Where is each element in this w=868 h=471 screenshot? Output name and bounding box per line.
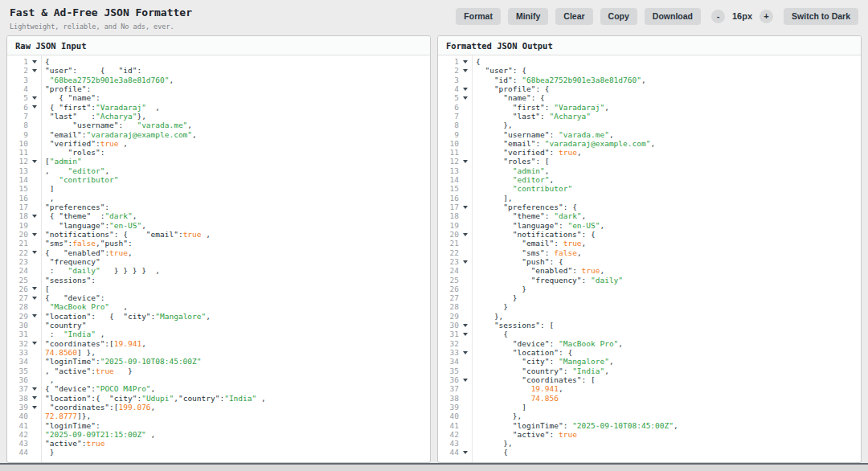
code-text: , [41,194,54,203]
code-text: ] [41,184,54,193]
fold-gutter [459,157,472,166]
line-number: 32 [7,339,28,348]
code-line: 14 "contributor" [7,175,430,184]
code-line: 9 "email":"varadaraj@example.com", [7,130,430,139]
download-button[interactable]: Download [645,8,701,25]
fold-toggle-icon[interactable] [463,260,468,264]
code-line: 32"coordinates":[19.941, [7,339,430,348]
fold-gutter [28,293,41,302]
fold-toggle-icon[interactable] [32,69,37,72]
formatted-json-panel: Formatted JSON Output 1{2 "user": {3 "id… [437,35,862,463]
font-decrease-button[interactable]: - [711,10,725,23]
line-number: 11 [7,148,28,157]
line-number: 35 [7,367,28,375]
fold-toggle-icon[interactable] [32,406,37,409]
minify-button[interactable]: Minify [508,8,548,25]
fold-toggle-icon[interactable] [32,105,37,109]
code-line: 25 "frequency": "daily" [438,276,861,285]
fold-toggle-icon[interactable] [32,342,37,345]
fold-toggle-icon[interactable] [463,333,468,336]
fold-toggle-icon[interactable] [463,60,468,63]
fold-toggle-icon[interactable] [32,314,37,317]
fold-toggle-icon[interactable] [463,160,468,163]
line-number: 8 [7,121,28,129]
theme-toggle-button[interactable]: Switch to Dark [784,8,858,25]
gutter: 38 [438,394,472,403]
copy-button[interactable]: Copy [600,8,637,25]
fold-gutter [28,130,41,139]
code-line: 31 { [438,330,861,338]
fold-toggle-icon[interactable] [463,69,468,72]
code-line: 39 "coordinates":[199.076, [7,403,430,412]
gutter: 11 [438,148,472,157]
fold-toggle-icon[interactable] [463,324,468,327]
fold-toggle-icon[interactable] [32,396,37,399]
code-text: , [41,375,54,384]
code-line: 17 "preferences": { [438,203,861,211]
fold-toggle-icon[interactable] [32,96,37,100]
code-line: 32 "device": "MacBook Pro", [438,339,861,348]
gutter: 42 [7,430,41,439]
fold-toggle-icon[interactable] [463,379,468,382]
raw-json-editor[interactable]: 1{2"user": { "id":3 "68bea2752b901e3a8e8… [7,55,430,462]
fold-toggle-icon[interactable] [32,60,37,63]
line-number: 6 [7,103,28,112]
code-line: 38 74.856 [438,394,861,403]
font-increase-button[interactable]: + [760,10,773,23]
fold-gutter [28,412,41,420]
code-text: [ [41,285,50,293]
code-line: 19 "language": "en-US", [438,221,861,230]
code-line: 11 "roles": [7,148,430,157]
fold-toggle-icon[interactable] [32,287,37,290]
line-number: 4 [7,84,28,93]
code-text: : "India" , [41,330,104,338]
code-text: : "daily" } } } } , [41,266,160,275]
fold-toggle-icon[interactable] [463,351,468,354]
fold-gutter [28,84,41,93]
line-number: 6 [438,103,459,112]
line-number: 3 [438,76,459,84]
fold-toggle-icon[interactable] [32,233,37,236]
fold-toggle-icon[interactable] [32,297,37,300]
fold-toggle-icon[interactable] [463,451,468,454]
code-text: "location":{ "city":"Udupi","country":"I… [41,394,266,403]
code-line: 5 "name": { [438,93,861,102]
code-text: "admin", [472,166,550,175]
fold-toggle-icon[interactable] [32,387,37,391]
code-line: 27 } [438,293,861,302]
code-line: 44 } [7,448,430,457]
fold-toggle-icon[interactable] [463,96,468,100]
fold-toggle-icon[interactable] [32,215,37,218]
code-text: } [41,448,54,457]
fold-gutter [459,439,472,448]
gutter: 40 [7,412,41,420]
line-number: 32 [438,339,459,348]
raw-json-panel: Raw JSON Input 1{2"user": { "id":3 "68be… [6,35,431,463]
code-line: 36 "coordinates": [ [438,375,861,384]
gutter: 22 [7,248,41,257]
code-text: "MacBook Pro" , [41,302,128,311]
code-line: 4072.8777]}, [7,412,430,420]
code-text: "user": { [472,66,526,75]
fold-toggle-icon[interactable] [463,88,468,91]
code-line: 25"sessions": [7,276,430,285]
fold-toggle-icon[interactable] [32,251,37,254]
line-number: 42 [438,430,459,439]
fold-gutter [459,375,472,384]
formatted-json-editor[interactable]: 1{2 "user": {3 "id": "68bea2752b901e3a8e… [438,55,861,462]
code-line: 10 "email": "varadaraj@example.com", [438,139,861,148]
gutter: 22 [438,248,472,257]
gutter: 1 [438,57,472,66]
gutter: 28 [7,302,41,311]
format-button[interactable]: Format [456,8,501,25]
code-text: "2025-09-09T21:15:00Z" , [41,430,155,439]
fold-toggle-icon[interactable] [463,206,468,209]
fold-toggle-icon[interactable] [32,160,37,163]
fold-toggle-icon[interactable] [463,233,468,236]
clear-button[interactable]: Clear [555,8,592,25]
code-text: "country" [41,321,86,330]
toolbar: Format Minify Clear Copy Download - 16px… [456,6,858,25]
line-number: 20 [7,230,28,239]
code-line: 39 ] [438,403,861,412]
code-text: ["admin" [41,157,82,166]
